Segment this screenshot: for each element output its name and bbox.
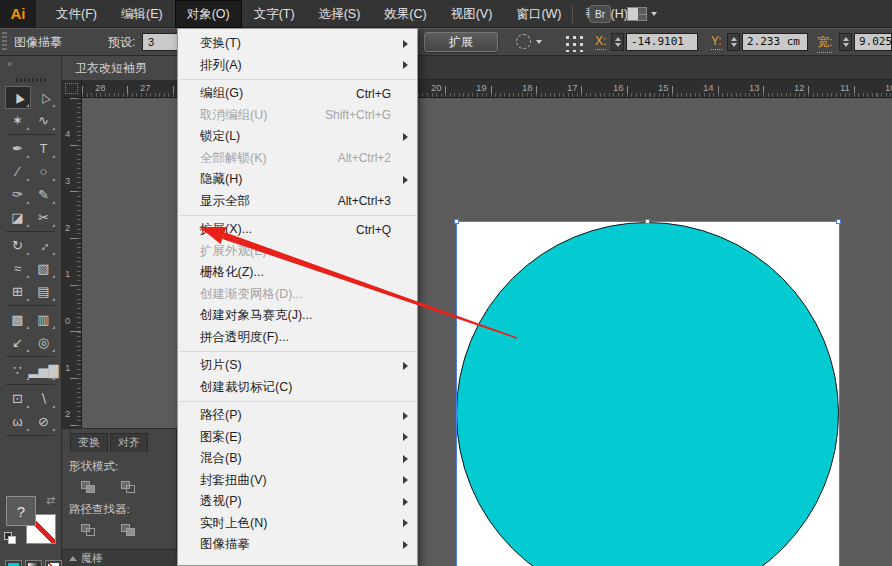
magic-wand-panel-tab[interactable]: 魔棒 <box>62 549 177 566</box>
blend-tool[interactable]: ◎ <box>31 331 57 354</box>
pathfinder-divide-button[interactable] <box>76 521 100 538</box>
menu-item-锁定L[interactable]: 锁定(L) <box>178 126 417 148</box>
pencil-tool[interactable]: ✎ <box>31 183 57 206</box>
menu-item-创建裁切标记C[interactable]: 创建裁切标记(C) <box>178 377 417 399</box>
artboard-tool[interactable]: ⊡ <box>5 387 31 410</box>
menu-item-扩展外观E[interactable]: 扩展外观(E) <box>178 241 417 263</box>
menu-item-路径P[interactable]: 路径(P) <box>178 405 417 427</box>
menu-item-图像描摹[interactable]: 图像描摹 <box>178 534 417 556</box>
menu-item-创建渐变网格D[interactable]: 创建渐变网格(D)... <box>178 284 417 306</box>
magic-wand-tool[interactable]: ✶ <box>5 109 31 132</box>
menu-item-全部解锁K[interactable]: 全部解锁(K)Alt+Ctrl+2 <box>178 148 417 170</box>
toolbar-grip[interactable] <box>16 78 46 82</box>
x-value-field[interactable]: -14.9101 <box>626 33 698 51</box>
menu-item-透视P[interactable]: 透视(P) <box>178 491 417 513</box>
zoom-tool[interactable]: ⊘ <box>31 410 57 433</box>
shape-builder-tool[interactable]: ⊞ <box>5 280 31 303</box>
gradient-button[interactable] <box>25 560 42 566</box>
menubar-item-编辑E[interactable]: 编辑(E) <box>109 0 175 28</box>
reference-point-grid-icon[interactable] <box>563 33 583 52</box>
width-stepper[interactable] <box>839 33 852 51</box>
color-button[interactable] <box>5 560 22 566</box>
panel-collapse-icon[interactable]: « <box>0 56 61 72</box>
menu-item-扩展X[interactable]: 扩展(X)...Ctrl+Q <box>178 219 417 241</box>
width-tool[interactable]: ≈ <box>5 257 31 280</box>
tab-align[interactable]: 对齐 <box>110 433 148 452</box>
menu-item-排列A[interactable]: 排列(A) <box>178 55 417 77</box>
menu-item-混合B[interactable]: 混合(B) <box>178 448 417 470</box>
tab-transform[interactable]: 变换 <box>70 433 108 452</box>
mesh-tool[interactable]: ▩ <box>5 308 31 331</box>
shape-mode-minus-front-button[interactable] <box>116 478 140 495</box>
menubar-item-文件F[interactable]: 文件(F) <box>44 0 109 28</box>
free-transform-tool[interactable]: ▧ <box>31 257 57 280</box>
expand-button[interactable]: 扩展 <box>424 32 498 52</box>
none-button[interactable] <box>45 560 62 566</box>
pen-tool[interactable]: ✒ <box>5 137 31 160</box>
bridge-button[interactable]: Br <box>589 5 611 23</box>
width-value-field[interactable]: 9.0255 cm <box>854 33 892 51</box>
menu-item-切片S[interactable]: 切片(S) <box>178 355 417 377</box>
direct-selection-tool[interactable]: ▷ <box>31 86 57 109</box>
lasso-tool[interactable]: ∿ <box>31 109 57 132</box>
menu-item-shortcut: Alt+Ctrl+3 <box>338 194 409 208</box>
document-tab[interactable]: 卫衣改短袖男 <box>62 56 180 80</box>
menu-item-创建对象马赛克J[interactable]: 创建对象马赛克(J)... <box>178 305 417 327</box>
symbol-sprayer-tool[interactable]: ∵ <box>5 359 31 382</box>
menu-item-显示全部[interactable]: 显示全部Alt+Ctrl+3 <box>178 191 417 213</box>
app-logo[interactable]: Ai <box>0 0 36 28</box>
shape-mode-unite-button[interactable] <box>76 478 100 495</box>
default-fill-stroke-icon[interactable] <box>4 532 17 545</box>
eyedropper-tool[interactable]: ↙ <box>5 331 31 354</box>
paintbrush-tool[interactable]: ✑ <box>5 183 31 206</box>
menu-item-label: 创建渐变网格(D)... <box>200 286 303 303</box>
menu-item-栅格化Z[interactable]: 栅格化(Z)... <box>178 262 417 284</box>
selection-tool[interactable]: ▶ <box>5 86 31 109</box>
style-dropdown[interactable] <box>516 34 542 49</box>
perspective-grid-tool[interactable]: ▤ <box>31 280 57 303</box>
menu-item-取消编组U[interactable]: 取消编组(U)Shift+Ctrl+G <box>178 105 417 127</box>
hand-tool[interactable]: ω <box>5 410 31 433</box>
menubar-item-对象O[interactable]: 对象(O) <box>175 0 242 28</box>
slice-tool[interactable]: ∖ <box>31 387 57 410</box>
menu-item-变换T[interactable]: 变换(T) <box>178 33 417 55</box>
x-stepper[interactable] <box>611 33 624 51</box>
gradient-tool[interactable]: ▥ <box>31 308 57 331</box>
submenu-arrow-icon <box>403 133 408 141</box>
y-value-field[interactable]: 2.233 cm <box>742 33 808 51</box>
selection-handle-top-left[interactable] <box>454 219 459 224</box>
line-segment-tool[interactable]: ∕ <box>5 160 31 183</box>
menu-item-label: 实时上色(N) <box>200 515 267 532</box>
ellipse-tool[interactable]: ○ <box>31 160 57 183</box>
selection-handle-top-right[interactable] <box>836 219 841 224</box>
fill-swatch[interactable]: ? <box>6 496 36 526</box>
menubar-item-文字T[interactable]: 文字(T) <box>242 0 307 28</box>
preset-dropdown[interactable]: 3 <box>142 33 178 51</box>
column-graph-tool[interactable]: ▂▅▇ <box>31 359 57 382</box>
menu-item-编组G[interactable]: 编组(G)Ctrl+G <box>178 83 417 105</box>
menu-item-label: 扩展外观(E) <box>200 243 267 260</box>
menu-item-拼合透明度F[interactable]: 拼合透明度(F)... <box>178 327 417 349</box>
menu-item-封套扭曲V[interactable]: 封套扭曲(V) <box>178 470 417 492</box>
ruler-origin-box[interactable] <box>62 80 82 98</box>
scissors-tool[interactable]: ✂ <box>31 206 57 229</box>
menu-item-隐藏H[interactable]: 隐藏(H) <box>178 169 417 191</box>
selection-handle-top-center[interactable] <box>645 219 650 224</box>
type-tool[interactable]: T <box>31 137 57 160</box>
eraser-tool[interactable]: ◪ <box>5 206 31 229</box>
swap-fill-stroke-icon[interactable]: ⇄ <box>46 494 55 507</box>
menu-item-图案E[interactable]: 图案(E) <box>178 427 417 449</box>
v-ruler-number: 0 <box>65 315 70 326</box>
y-stepper[interactable] <box>727 33 740 51</box>
scale-tool[interactable]: ↔ <box>31 234 57 257</box>
rotate-tool[interactable]: ↻ <box>5 234 31 257</box>
rotate-tool-icon: ↻ <box>12 238 23 253</box>
workspace-switcher[interactable] <box>627 7 657 21</box>
menubar-item-视图V[interactable]: 视图(V) <box>439 0 505 28</box>
menubar-item-选择S[interactable]: 选择(S) <box>307 0 373 28</box>
menubar-item-效果C[interactable]: 效果(C) <box>372 0 438 28</box>
controlbar-grip[interactable] <box>2 32 7 52</box>
menu-item-实时上色N[interactable]: 实时上色(N) <box>178 513 417 535</box>
pathfinder-trim-button[interactable] <box>116 521 140 538</box>
menubar-item-窗口W[interactable]: 窗口(W) <box>504 0 573 28</box>
